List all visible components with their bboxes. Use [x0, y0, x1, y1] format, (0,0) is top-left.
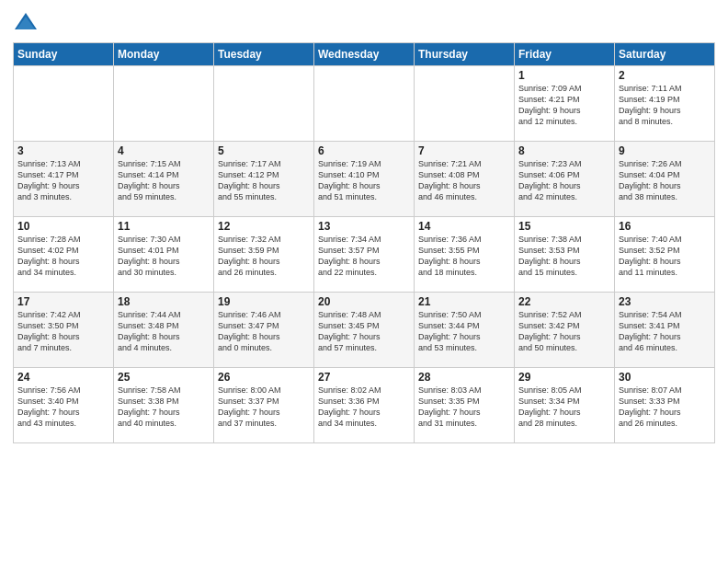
calendar-cell: 28Sunrise: 8:03 AM Sunset: 3:35 PM Dayli…: [415, 368, 515, 443]
day-number: 9: [619, 144, 711, 157]
calendar-cell: [415, 66, 515, 142]
calendar-week-row: 1Sunrise: 7:09 AM Sunset: 4:21 PM Daylig…: [14, 66, 715, 142]
day-number: 29: [518, 371, 610, 384]
calendar-cell: [114, 66, 214, 142]
calendar-cell: 21Sunrise: 7:50 AM Sunset: 3:44 PM Dayli…: [415, 293, 515, 368]
calendar-cell: [14, 66, 114, 142]
day-info: Sunrise: 7:23 AM Sunset: 4:06 PM Dayligh…: [518, 158, 610, 203]
day-number: 6: [318, 144, 410, 157]
day-info: Sunrise: 7:19 AM Sunset: 4:10 PM Dayligh…: [318, 158, 410, 203]
day-number: 15: [518, 220, 610, 233]
day-number: 1: [518, 69, 610, 82]
day-number: 20: [318, 295, 410, 308]
calendar-cell: 18Sunrise: 7:44 AM Sunset: 3:48 PM Dayli…: [114, 293, 214, 368]
day-info: Sunrise: 7:56 AM Sunset: 3:40 PM Dayligh…: [17, 385, 109, 430]
day-info: Sunrise: 7:28 AM Sunset: 4:02 PM Dayligh…: [17, 234, 109, 279]
calendar-cell: [314, 66, 415, 142]
day-info: Sunrise: 7:26 AM Sunset: 4:04 PM Dayligh…: [619, 158, 711, 203]
day-info: Sunrise: 7:34 AM Sunset: 3:57 PM Dayligh…: [318, 234, 410, 279]
day-number: 12: [218, 220, 310, 233]
calendar-cell: 7Sunrise: 7:21 AM Sunset: 4:08 PM Daylig…: [415, 142, 515, 217]
day-info: Sunrise: 7:11 AM Sunset: 4:19 PM Dayligh…: [619, 83, 711, 128]
calendar-cell: 1Sunrise: 7:09 AM Sunset: 4:21 PM Daylig…: [515, 66, 615, 142]
day-info: Sunrise: 8:00 AM Sunset: 3:37 PM Dayligh…: [218, 385, 310, 430]
day-info: Sunrise: 7:09 AM Sunset: 4:21 PM Dayligh…: [518, 83, 610, 128]
calendar-cell: [214, 66, 314, 142]
day-info: Sunrise: 7:32 AM Sunset: 3:59 PM Dayligh…: [218, 234, 310, 279]
calendar-cell: 12Sunrise: 7:32 AM Sunset: 3:59 PM Dayli…: [214, 217, 314, 293]
day-number: 7: [418, 144, 510, 157]
day-number: 27: [318, 371, 410, 384]
day-info: Sunrise: 7:58 AM Sunset: 3:38 PM Dayligh…: [118, 385, 210, 430]
calendar-cell: 26Sunrise: 8:00 AM Sunset: 3:37 PM Dayli…: [214, 368, 314, 443]
calendar-cell: 17Sunrise: 7:42 AM Sunset: 3:50 PM Dayli…: [14, 293, 114, 368]
day-info: Sunrise: 7:44 AM Sunset: 3:48 PM Dayligh…: [118, 309, 210, 354]
calendar-week-row: 24Sunrise: 7:56 AM Sunset: 3:40 PM Dayli…: [14, 368, 715, 443]
day-number: 25: [118, 371, 210, 384]
calendar-cell: 4Sunrise: 7:15 AM Sunset: 4:14 PM Daylig…: [114, 142, 214, 217]
calendar-header-row: SundayMondayTuesdayWednesdayThursdayFrid…: [14, 43, 715, 66]
calendar-week-row: 3Sunrise: 7:13 AM Sunset: 4:17 PM Daylig…: [14, 142, 715, 217]
calendar-cell: 8Sunrise: 7:23 AM Sunset: 4:06 PM Daylig…: [515, 142, 615, 217]
calendar-cell: 10Sunrise: 7:28 AM Sunset: 4:02 PM Dayli…: [14, 217, 114, 293]
calendar-cell: 19Sunrise: 7:46 AM Sunset: 3:47 PM Dayli…: [214, 293, 314, 368]
day-info: Sunrise: 7:36 AM Sunset: 3:55 PM Dayligh…: [418, 234, 510, 279]
calendar-week-row: 10Sunrise: 7:28 AM Sunset: 4:02 PM Dayli…: [14, 217, 715, 293]
day-number: 26: [218, 371, 310, 384]
calendar-cell: 2Sunrise: 7:11 AM Sunset: 4:19 PM Daylig…: [615, 66, 715, 142]
calendar-cell: 24Sunrise: 7:56 AM Sunset: 3:40 PM Dayli…: [14, 368, 114, 443]
day-number: 19: [218, 295, 310, 308]
day-info: Sunrise: 8:02 AM Sunset: 3:36 PM Dayligh…: [318, 385, 410, 430]
calendar-cell: 20Sunrise: 7:48 AM Sunset: 3:45 PM Dayli…: [314, 293, 415, 368]
day-info: Sunrise: 7:30 AM Sunset: 4:01 PM Dayligh…: [118, 234, 210, 279]
day-number: 10: [17, 220, 109, 233]
day-number: 4: [118, 144, 210, 157]
day-number: 2: [619, 69, 711, 82]
calendar-table: SundayMondayTuesdayWednesdayThursdayFrid…: [13, 42, 715, 443]
calendar-cell: 23Sunrise: 7:54 AM Sunset: 3:41 PM Dayli…: [615, 293, 715, 368]
day-number: 3: [17, 144, 109, 157]
day-info: Sunrise: 7:46 AM Sunset: 3:47 PM Dayligh…: [218, 309, 310, 354]
calendar-day-header: Tuesday: [214, 43, 314, 66]
calendar-cell: 14Sunrise: 7:36 AM Sunset: 3:55 PM Dayli…: [415, 217, 515, 293]
day-number: 8: [518, 144, 610, 157]
calendar-cell: 6Sunrise: 7:19 AM Sunset: 4:10 PM Daylig…: [314, 142, 415, 217]
calendar-cell: 15Sunrise: 7:38 AM Sunset: 3:53 PM Dayli…: [515, 217, 615, 293]
calendar-day-header: Thursday: [415, 43, 515, 66]
day-info: Sunrise: 7:54 AM Sunset: 3:41 PM Dayligh…: [619, 309, 711, 354]
day-number: 18: [118, 295, 210, 308]
day-number: 28: [418, 371, 510, 384]
calendar-day-header: Friday: [515, 43, 615, 66]
day-info: Sunrise: 7:42 AM Sunset: 3:50 PM Dayligh…: [17, 309, 109, 354]
day-info: Sunrise: 7:17 AM Sunset: 4:12 PM Dayligh…: [218, 158, 310, 203]
day-info: Sunrise: 7:48 AM Sunset: 3:45 PM Dayligh…: [318, 309, 410, 354]
day-number: 16: [619, 220, 711, 233]
day-number: 17: [17, 295, 109, 308]
day-info: Sunrise: 8:03 AM Sunset: 3:35 PM Dayligh…: [418, 385, 510, 430]
calendar-day-header: Wednesday: [314, 43, 415, 66]
day-number: 11: [118, 220, 210, 233]
day-number: 22: [518, 295, 610, 308]
day-info: Sunrise: 7:40 AM Sunset: 3:52 PM Dayligh…: [619, 234, 711, 279]
header: [13, 9, 715, 35]
day-info: Sunrise: 7:21 AM Sunset: 4:08 PM Dayligh…: [418, 158, 510, 203]
calendar-cell: 16Sunrise: 7:40 AM Sunset: 3:52 PM Dayli…: [615, 217, 715, 293]
day-info: Sunrise: 7:13 AM Sunset: 4:17 PM Dayligh…: [17, 158, 109, 203]
day-number: 13: [318, 220, 410, 233]
calendar-cell: 22Sunrise: 7:52 AM Sunset: 3:42 PM Dayli…: [515, 293, 615, 368]
day-number: 24: [17, 371, 109, 384]
day-number: 21: [418, 295, 510, 308]
calendar-cell: 29Sunrise: 8:05 AM Sunset: 3:34 PM Dayli…: [515, 368, 615, 443]
calendar-cell: 11Sunrise: 7:30 AM Sunset: 4:01 PM Dayli…: [114, 217, 214, 293]
day-number: 5: [218, 144, 310, 157]
calendar-cell: 9Sunrise: 7:26 AM Sunset: 4:04 PM Daylig…: [615, 142, 715, 217]
day-number: 23: [619, 295, 711, 308]
calendar-cell: 5Sunrise: 7:17 AM Sunset: 4:12 PM Daylig…: [214, 142, 314, 217]
calendar-day-header: Saturday: [615, 43, 715, 66]
calendar-cell: 3Sunrise: 7:13 AM Sunset: 4:17 PM Daylig…: [14, 142, 114, 217]
day-info: Sunrise: 7:52 AM Sunset: 3:42 PM Dayligh…: [518, 309, 610, 354]
day-info: Sunrise: 7:15 AM Sunset: 4:14 PM Dayligh…: [118, 158, 210, 203]
day-info: Sunrise: 8:07 AM Sunset: 3:33 PM Dayligh…: [619, 385, 711, 430]
calendar-day-header: Sunday: [14, 43, 114, 66]
day-number: 14: [418, 220, 510, 233]
